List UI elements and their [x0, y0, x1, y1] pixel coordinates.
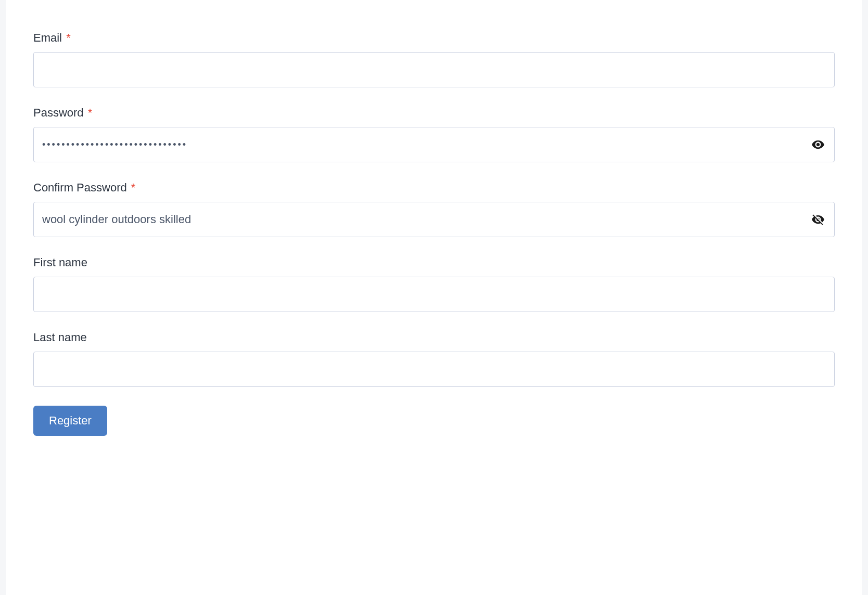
registration-form: Email * Password * Confirm Password * [6, 0, 862, 595]
last-name-group: Last name [33, 331, 835, 387]
password-label-text: Password [33, 106, 84, 119]
password-field[interactable] [33, 127, 835, 162]
eye-slash-icon[interactable] [811, 212, 825, 227]
required-indicator: * [66, 31, 71, 44]
confirm-password-label: Confirm Password * [33, 181, 835, 195]
password-input-wrapper [33, 127, 835, 162]
first-name-label-text: First name [33, 256, 87, 269]
email-group: Email * [33, 31, 835, 87]
password-label: Password * [33, 106, 835, 120]
last-name-label-text: Last name [33, 331, 87, 344]
confirm-password-field[interactable] [33, 202, 835, 237]
confirm-password-input-wrapper [33, 202, 835, 237]
first-name-field[interactable] [33, 277, 835, 312]
confirm-password-group: Confirm Password * [33, 181, 835, 237]
email-label-text: Email [33, 31, 62, 44]
password-group: Password * [33, 106, 835, 162]
required-indicator: * [131, 181, 136, 194]
first-name-label: First name [33, 256, 835, 269]
email-field[interactable] [33, 52, 835, 87]
register-button[interactable]: Register [33, 406, 107, 436]
required-indicator: * [88, 106, 93, 119]
email-label: Email * [33, 31, 835, 45]
confirm-password-label-text: Confirm Password [33, 181, 127, 194]
last-name-field[interactable] [33, 352, 835, 387]
first-name-group: First name [33, 256, 835, 312]
eye-icon[interactable] [811, 137, 825, 152]
last-name-label: Last name [33, 331, 835, 344]
